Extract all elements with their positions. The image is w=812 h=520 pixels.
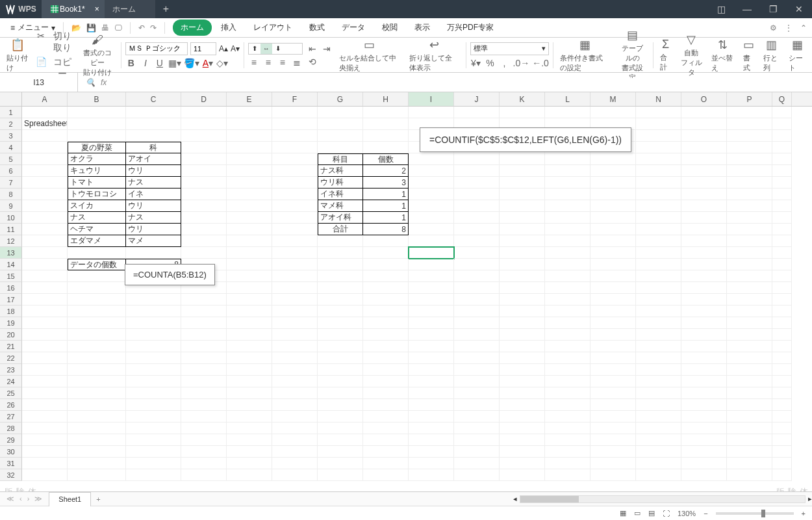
minimize-button[interactable]: —	[734, 4, 760, 14]
cell-F14[interactable]	[272, 259, 318, 270]
merge-button[interactable]: ▭セルを結合して中央揃え	[336, 38, 403, 73]
cell-P17[interactable]	[727, 294, 772, 306]
cell-A8[interactable]	[22, 188, 68, 200]
cell-O30[interactable]	[681, 446, 727, 458]
cell-E3[interactable]	[227, 130, 272, 142]
cell-D3[interactable]	[181, 130, 227, 142]
cell-M13[interactable]	[590, 247, 636, 259]
cell-G9[interactable]: マメ科	[318, 200, 363, 212]
cell-O20[interactable]	[681, 329, 727, 341]
sheet-tab-1[interactable]: Sheet1	[49, 492, 91, 506]
cell-P3[interactable]	[727, 130, 772, 142]
cell-A17[interactable]	[22, 294, 68, 306]
cell-F1[interactable]	[272, 107, 318, 118]
cell-G10[interactable]: アオイ科	[318, 212, 363, 224]
cell-M31[interactable]	[590, 458, 636, 469]
cell-G14[interactable]	[318, 259, 363, 270]
cell-N18[interactable]	[636, 306, 681, 317]
cell-E22[interactable]	[227, 352, 272, 364]
cell-E18[interactable]	[227, 306, 272, 317]
cell-P9[interactable]	[727, 200, 772, 212]
wrap-button[interactable]: ↩折り返して全体表示	[407, 38, 462, 73]
home-tab[interactable]: ホーム	[105, 0, 155, 18]
cell-E27[interactable]	[227, 411, 272, 422]
cell-L30[interactable]	[545, 446, 590, 458]
row-header-17[interactable]: 17	[0, 294, 22, 306]
view-fullscreen-icon[interactable]: ⛶	[663, 510, 670, 517]
cell-E24[interactable]	[227, 376, 272, 387]
cell-B16[interactable]	[68, 282, 126, 294]
cell-O25[interactable]	[681, 387, 727, 399]
cell-L10[interactable]	[545, 212, 590, 224]
cell-O4[interactable]	[681, 142, 727, 153]
add-sheet-button[interactable]: +	[91, 495, 105, 503]
cell-N25[interactable]	[636, 387, 681, 399]
cell-Q27[interactable]	[772, 411, 792, 422]
sheet-nav-prev-icon[interactable]: ‹	[19, 495, 22, 503]
cell-B2[interactable]	[68, 118, 126, 130]
cell-O23[interactable]	[681, 364, 727, 376]
cell-F27[interactable]	[272, 411, 318, 422]
cell-Q14[interactable]	[772, 259, 792, 270]
cell-Q24[interactable]	[772, 376, 792, 387]
cell-E20[interactable]	[227, 329, 272, 341]
cell-B13[interactable]	[68, 247, 126, 259]
cell-P11[interactable]	[727, 224, 772, 235]
cell-N23[interactable]	[636, 364, 681, 376]
cell-I11[interactable]	[409, 224, 454, 235]
cell-D19[interactable]	[181, 317, 227, 329]
column-header-D[interactable]: D	[181, 92, 227, 106]
cell-I10[interactable]	[409, 212, 454, 224]
cell-L1[interactable]	[545, 107, 590, 118]
cell-F4[interactable]	[272, 142, 318, 153]
row-header-15[interactable]: 15	[0, 270, 22, 282]
cell-O5[interactable]	[681, 153, 727, 165]
font-name-input[interactable]	[125, 42, 188, 55]
cell-L6[interactable]	[545, 165, 590, 177]
cell-J15[interactable]	[454, 270, 500, 282]
cell-K19[interactable]	[500, 317, 545, 329]
font-increase-icon[interactable]: A▴	[219, 44, 228, 53]
cell-B32[interactable]	[68, 469, 126, 481]
select-all-corner[interactable]	[0, 92, 22, 106]
cell-B9[interactable]: スイカ	[68, 200, 126, 212]
cell-I27[interactable]	[409, 411, 454, 422]
cell-G28[interactable]	[318, 422, 363, 434]
cell-K27[interactable]	[500, 411, 545, 422]
cell-Q13[interactable]	[772, 247, 792, 259]
cell-M22[interactable]	[590, 352, 636, 364]
cell-G26[interactable]	[318, 399, 363, 411]
cell-J6[interactable]	[454, 165, 500, 177]
cell-C13[interactable]	[126, 247, 181, 259]
cell-P32[interactable]	[727, 469, 772, 481]
cell-G5[interactable]: 科目	[318, 153, 363, 165]
cell-Q29[interactable]	[772, 434, 792, 446]
cell-F29[interactable]	[272, 434, 318, 446]
cell-H27[interactable]	[363, 411, 409, 422]
cell-C3[interactable]	[126, 130, 181, 142]
cell-H7[interactable]: 3	[363, 177, 409, 188]
cell-E30[interactable]	[227, 446, 272, 458]
cell-N6[interactable]	[636, 165, 681, 177]
cell-F17[interactable]	[272, 294, 318, 306]
cell-K11[interactable]	[500, 224, 545, 235]
row-header-21[interactable]: 21	[0, 341, 22, 352]
cell-B25[interactable]	[68, 387, 126, 399]
cell-D23[interactable]	[181, 364, 227, 376]
cell-G27[interactable]	[318, 411, 363, 422]
cell-I25[interactable]	[409, 387, 454, 399]
cell-E25[interactable]	[227, 387, 272, 399]
decimal-inc-icon[interactable]: .0→	[513, 58, 530, 68]
cell-K15[interactable]	[500, 270, 545, 282]
cell-K29[interactable]	[500, 434, 545, 446]
cell-G29[interactable]	[318, 434, 363, 446]
cell-P21[interactable]	[727, 341, 772, 352]
cell-H1[interactable]	[363, 107, 409, 118]
cell-O16[interactable]	[681, 282, 727, 294]
ribbon-tab-review[interactable]: 校閲	[374, 20, 405, 36]
cell-A9[interactable]	[22, 200, 68, 212]
cell-M19[interactable]	[590, 317, 636, 329]
cell-P4[interactable]	[727, 142, 772, 153]
font-decrease-icon[interactable]: A▾	[231, 44, 240, 53]
cell-P30[interactable]	[727, 446, 772, 458]
